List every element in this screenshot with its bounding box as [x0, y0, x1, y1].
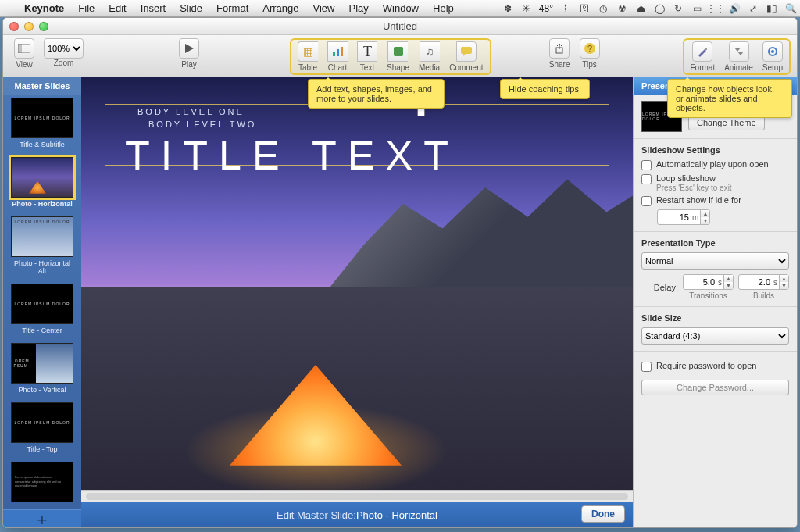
circle-icon[interactable]: ◯ — [652, 2, 666, 16]
menu-view[interactable]: View — [306, 2, 342, 14]
tent-graphic — [230, 365, 402, 474]
key-icon[interactable]: ⚿ — [577, 2, 591, 16]
master-slides-sidebar[interactable]: Master Slides LOREM IPSUM DOLORTitle & S… — [3, 77, 81, 527]
svg-rect-12 — [705, 48, 707, 50]
volume-icon[interactable]: 🔊 — [727, 2, 741, 16]
master-thumb-2[interactable]: LOREM IPSUM DOLORPhoto - Horizontal Alt — [10, 216, 74, 281]
master-thumb-5[interactable]: LOREM IPSUM DOLORTitle - Top — [10, 402, 74, 459]
zoom-label: Zoom — [54, 59, 74, 67]
body-level-two[interactable]: BODY LEVEL TWO — [148, 120, 256, 129]
presentation-type-section: Presentation Type Normal Delay: s ▲▼ Tra… — [634, 232, 797, 307]
transition-delay-field[interactable]: s ▲▼ — [683, 274, 734, 290]
fullscreen-icon[interactable]: ⤢ — [746, 2, 760, 16]
display-icon[interactable]: ▭ — [690, 2, 704, 16]
master-thumb-4[interactable]: LOREM IPSUMPhoto - Vertical — [10, 343, 74, 399]
setup-button[interactable]: Setup — [762, 41, 783, 72]
menu-help[interactable]: Help — [426, 2, 461, 14]
title-text[interactable]: TITLE TEXT — [125, 132, 459, 179]
animate-button[interactable]: Animate — [724, 41, 753, 72]
builds-label: Builds — [738, 291, 789, 300]
eject-icon[interactable]: ⏏ — [634, 2, 648, 16]
close-window-button[interactable] — [9, 22, 19, 31]
menu-file[interactable]: File — [71, 2, 102, 14]
menu-format[interactable]: Format — [209, 2, 255, 14]
table-button[interactable]: ▦Table — [298, 41, 318, 72]
share-button[interactable]: Share — [549, 38, 570, 69]
zoom-select[interactable]: 100% — [44, 38, 84, 59]
require-password-checkbox[interactable]: Require password to open — [641, 361, 789, 372]
window-title: Untitled — [3, 20, 797, 32]
zoom-window-button[interactable] — [39, 22, 48, 31]
editbar-prefix: Edit Master Slide: — [277, 509, 356, 521]
add-slide-button[interactable]: + — [3, 509, 81, 527]
slide-content[interactable]: BODY LEVEL ONE BODY LEVEL TWO TITLE TEXT — [81, 77, 633, 490]
insert-group: ▦Table Chart TText Shape ♫Media Comment — [290, 38, 491, 75]
presentation-type-select[interactable]: Normal — [641, 252, 789, 270]
chart-button[interactable]: Chart — [327, 41, 348, 72]
sync-icon[interactable]: ◷ — [596, 2, 610, 16]
menu-edit[interactable]: Edit — [102, 2, 133, 14]
edit-master-bar: Edit Master Slide: Photo - Horizontal Do… — [81, 502, 633, 527]
toolbar: View 100% Zoom Play ▦Table Chart TText S… — [3, 35, 797, 77]
comment-button[interactable]: Comment — [449, 41, 483, 72]
menu-play[interactable]: Play — [341, 2, 375, 14]
slide-canvas[interactable]: BODY LEVEL ONE BODY LEVEL TWO TITLE TEXT — [81, 77, 633, 490]
minimize-window-button[interactable] — [24, 22, 34, 31]
view-button[interactable]: View — [14, 38, 34, 69]
master-thumb-0[interactable]: LOREM IPSUM DOLORTitle & Subtitle — [10, 98, 74, 154]
zoom-control[interactable]: 100% Zoom — [44, 38, 84, 67]
tips-button[interactable]: ?Tips — [580, 38, 600, 69]
media-button[interactable]: ♫Media — [419, 41, 440, 72]
body-level-one[interactable]: BODY LEVEL ONE — [138, 107, 245, 116]
selection-handle[interactable] — [417, 109, 425, 116]
done-button[interactable]: Done — [581, 505, 625, 523]
change-password-button[interactable]: Change Password... — [641, 380, 789, 395]
svg-rect-6 — [394, 47, 403, 56]
svg-marker-14 — [738, 52, 744, 55]
build-delay-field[interactable]: s ▲▼ — [738, 274, 789, 290]
svg-rect-5 — [341, 47, 343, 56]
status-icon[interactable]: ✽ — [501, 2, 515, 16]
format-button[interactable]: Format — [691, 41, 716, 72]
menu-insert[interactable]: Insert — [134, 2, 173, 14]
inspector-panel: Presentation LOREM IPSUM DOLOR Photo Ess… — [633, 77, 797, 527]
shape-button[interactable]: Shape — [387, 41, 409, 72]
editbar-slide-name: Photo - Horizontal — [356, 509, 438, 521]
restart-idle-field[interactable]: m ▲▼ — [657, 209, 710, 225]
hazard-icon[interactable]: ☢ — [615, 2, 629, 16]
master-thumb-1[interactable]: Photo - Horizontal — [10, 157, 74, 213]
size-header: Slide Size — [641, 313, 789, 323]
battery-icon[interactable]: ▮▯ — [765, 2, 779, 16]
titlebar[interactable]: Untitled — [3, 18, 797, 35]
play-button[interactable]: Play — [179, 38, 199, 69]
rss-icon[interactable]: ⌇ — [559, 2, 573, 16]
macos-menubar: Keynote File Edit Insert Slide Format Ar… — [0, 0, 800, 17]
wifi-icon[interactable]: ⋮⋮ — [709, 2, 723, 16]
auto-play-checkbox[interactable]: Automatically play upon open — [641, 159, 789, 170]
step-down[interactable]: ▼ — [700, 217, 709, 224]
coach-tips: Hide coaching tips. — [500, 79, 590, 99]
weather-icon[interactable]: ☀ — [520, 2, 534, 16]
slide-size-section: Slide Size Standard (4:3) — [634, 307, 797, 352]
restart-checkbox[interactable]: Restart show if idle for — [641, 195, 789, 206]
timemachine-icon[interactable]: ↻ — [671, 2, 685, 16]
master-thumb-6[interactable]: Lorem ipsum dolor sit amet consectetur a… — [10, 462, 74, 509]
spotlight-icon[interactable]: 🔍 — [784, 2, 798, 16]
step-up[interactable]: ▲ — [700, 210, 709, 217]
password-section: Require password to open Change Password… — [634, 352, 797, 402]
slide-size-select[interactable]: Standard (4:3) — [641, 327, 789, 345]
menu-window[interactable]: Window — [376, 2, 426, 14]
svg-marker-2 — [185, 44, 194, 53]
slideshow-section: Slideshow Settings Automatically play up… — [634, 139, 797, 232]
svg-rect-7 — [461, 47, 472, 54]
view-label: View — [16, 60, 33, 69]
coach-insert: Add text, shapes, images, and more to yo… — [308, 79, 445, 109]
svg-text:?: ? — [587, 44, 591, 53]
horizontal-scrollbar[interactable] — [81, 490, 633, 502]
text-button[interactable]: TText — [357, 41, 377, 72]
menu-arrange[interactable]: Arrange — [255, 2, 305, 14]
loop-checkbox[interactable]: Loop slideshowPress 'Esc' key to exit — [641, 173, 789, 192]
menu-slide[interactable]: Slide — [173, 2, 209, 14]
master-thumb-3[interactable]: LOREM IPSUM DOLORTitle - Center — [10, 284, 74, 340]
app-name[interactable]: Keynote — [17, 2, 71, 14]
